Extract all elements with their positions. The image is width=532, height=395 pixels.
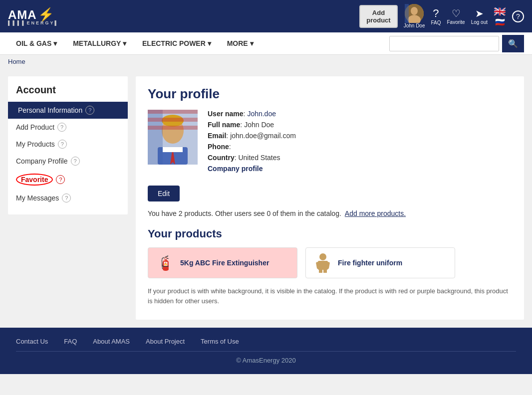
sidebar-favorite-circled-label: Favorite [16, 174, 53, 186]
product-notice: If your product is with white background… [148, 286, 512, 306]
product-thumb-uniform [313, 253, 333, 273]
faq-icon: ? [433, 7, 439, 20]
profile-info: User name: John.doe Full name: John Doe … [148, 110, 512, 176]
company-profile-row: Company profile [208, 165, 512, 173]
breadcrumb-home[interactable]: Home [8, 58, 25, 65]
edit-button[interactable]: Edit [148, 186, 180, 201]
fullname-label: Full name [208, 121, 240, 129]
add-product-button[interactable]: Addproduct [359, 5, 397, 28]
product-card-uniform[interactable]: Fire fighter uniform [305, 247, 455, 278]
user-avatar-wrap[interactable]: John Doe [404, 4, 425, 28]
sidebar-help-my-messages-icon[interactable]: ? [62, 194, 71, 202]
footer-link-contact-us[interactable]: Contact Us [16, 338, 48, 345]
svg-rect-12 [148, 110, 198, 114]
search-input[interactable] [389, 36, 499, 51]
email-value: john.doe@gmail.com [230, 132, 296, 140]
faq-label: FAQ [431, 20, 441, 25]
favorite-label: Favorite [447, 19, 465, 25]
footer-link-about-amas[interactable]: About AMAS [93, 338, 130, 345]
sidebar-help-personal-icon[interactable]: ? [85, 106, 94, 115]
logout-icon: ➤ [475, 7, 484, 19]
faq-wrap[interactable]: ? FAQ [431, 7, 441, 25]
nav-item-oil-gas[interactable]: OIL & GAS ▾ [8, 32, 65, 54]
product-card-extinguisher[interactable]: 🧯 5Kg ABC Fire Extinguisher [148, 247, 297, 278]
footer-links: Contact Us FAQ About AMAS About Project … [16, 338, 516, 345]
sidebar-item-add-product[interactable]: Add Product ? [8, 119, 128, 136]
favorite-icon: ♡ [452, 7, 461, 19]
footer: Contact Us FAQ About AMAS About Project … [0, 328, 532, 374]
email-row: Email: john.doe@gmail.com [208, 132, 512, 140]
sidebar-item-my-products[interactable]: My Products ? [8, 136, 128, 153]
profile-photo [148, 110, 198, 165]
country-row: Country: United States [208, 154, 512, 162]
sidebar-title: Account [8, 84, 128, 102]
sidebar-label-company-profile: Company Profile [16, 157, 68, 165]
page-title: Your profile [148, 86, 512, 102]
products-grid: 🧯 5Kg ABC Fire Extinguisher Fire fighter… [148, 247, 512, 278]
username-value: John.doe [247, 110, 276, 118]
product-thumb-extinguisher: 🧯 [155, 253, 175, 273]
sidebar-help-add-product-icon[interactable]: ? [57, 123, 66, 132]
phone-label: Phone [208, 143, 229, 151]
phone-row: Phone: [208, 143, 512, 151]
logo[interactable]: AMA ⚡ ▌▌▌▌ENERGY▌ [8, 7, 59, 25]
username-row: User name: John.doe [208, 110, 512, 118]
sidebar-label-personal-information: Personal Information [18, 106, 82, 114]
footer-divider [16, 351, 516, 352]
header: AMA ⚡ ▌▌▌▌ENERGY▌ Addproduct John Doe ? … [0, 0, 532, 32]
sidebar-help-company-profile-icon[interactable]: ? [71, 157, 80, 166]
sidebar-label-my-products: My Products [16, 140, 55, 148]
svg-rect-20 [323, 269, 327, 273]
nav: OIL & GAS ▾ METALLURGY ▾ ELECTRIC POWER … [0, 32, 532, 55]
nav-links: OIL & GAS ▾ METALLURGY ▾ ELECTRIC POWER … [8, 32, 262, 54]
sidebar: Account Personal Information ? Add Produ… [8, 76, 128, 214]
help-wrap[interactable]: ? [512, 10, 524, 22]
nav-item-more[interactable]: MORE ▾ [219, 32, 262, 54]
favorite-wrap[interactable]: ♡ Favorite [447, 7, 465, 25]
breadcrumb: Home [0, 55, 532, 68]
svg-point-15 [319, 253, 326, 260]
svg-rect-10 [163, 147, 183, 152]
svg-rect-19 [319, 269, 322, 273]
user-name-label: John Doe [404, 23, 425, 28]
footer-link-terms[interactable]: Terms of Use [201, 338, 239, 345]
your-products-title: Your products [148, 227, 512, 240]
profile-photo-svg [148, 110, 198, 165]
add-more-products-link[interactable]: Add more products. [345, 209, 406, 217]
company-profile-link[interactable]: Company profile [208, 165, 263, 173]
sidebar-item-personal-information[interactable]: Personal Information ? [8, 102, 128, 119]
username-label: User name [208, 110, 244, 118]
profile-details: User name: John.doe Full name: John Doe … [208, 110, 512, 176]
country-label: Country [208, 154, 235, 162]
sidebar-item-my-messages[interactable]: My Messages ? [8, 190, 128, 206]
product-name-uniform: Fire fighter uniform [338, 259, 402, 267]
footer-link-faq[interactable]: FAQ [64, 338, 77, 345]
language-wrap[interactable]: 🇬🇧 🇷🇺 [494, 5, 506, 27]
country-value: United States [238, 154, 280, 162]
footer-link-about-project[interactable]: About Project [146, 338, 185, 345]
nav-search: 🔍 [389, 35, 524, 52]
sidebar-help-my-products-icon[interactable]: ? [58, 140, 67, 149]
nav-item-electric-power[interactable]: ELECTRIC POWER ▾ [134, 32, 219, 54]
product-name-extinguisher: 5Kg ABC Fire Extinguisher [180, 259, 269, 267]
nav-item-metallurgy[interactable]: METALLURGY ▾ [65, 32, 134, 54]
fullname-value: John Doe [244, 121, 274, 129]
search-button[interactable]: 🔍 [502, 35, 524, 52]
logo-sub: ▌▌▌▌ENERGY▌ [8, 20, 59, 25]
sidebar-item-favorite[interactable]: Favorite ? [8, 170, 128, 190]
user-avatar [405, 4, 424, 23]
products-info-text: You have 2 products. Other users see 0 o… [148, 209, 341, 217]
svg-rect-14 [148, 126, 198, 130]
sidebar-help-favorite-icon[interactable]: ? [56, 175, 65, 184]
svg-rect-13 [148, 118, 198, 122]
logo-text: AMA [8, 8, 37, 22]
products-info: You have 2 products. Other users see 0 o… [148, 209, 512, 217]
svg-rect-3 [405, 4, 409, 23]
main: Account Personal Information ? Add Produ… [0, 68, 532, 328]
sidebar-item-company-profile[interactable]: Company Profile ? [8, 153, 128, 170]
logout-wrap[interactable]: ➤ Log out [471, 7, 488, 25]
header-right: Addproduct John Doe ? FAQ ♡ Favorite ➤ L… [359, 4, 524, 28]
flag2-icon: 🇷🇺 [495, 17, 505, 27]
help-icon: ? [512, 10, 524, 22]
fullname-row: Full name: John Doe [208, 121, 512, 129]
